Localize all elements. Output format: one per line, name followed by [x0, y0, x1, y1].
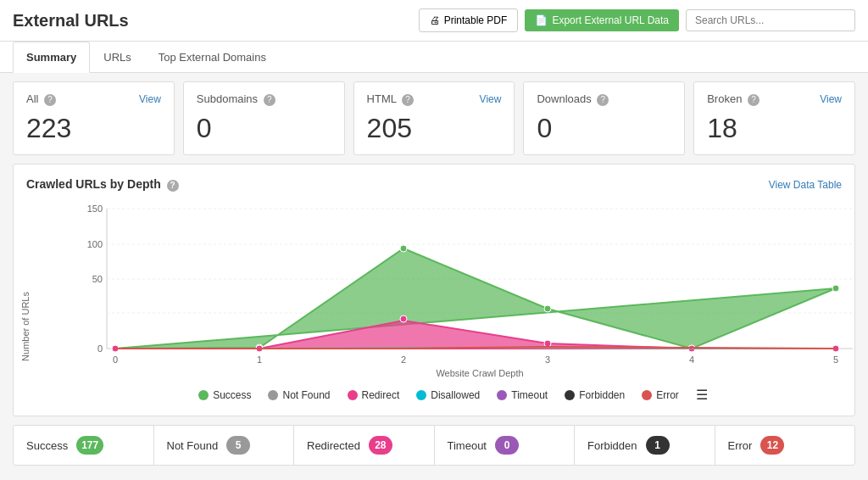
view-link-html[interactable]: View — [480, 93, 502, 105]
bottom-stat-label-forbidden: Forbidden — [587, 439, 637, 452]
tab-bar: Summary URLs Top External Domains — [0, 42, 868, 73]
svg-point-27 — [544, 340, 551, 347]
legend-dot-success — [198, 390, 209, 400]
legend-notfound: Not Found — [268, 389, 330, 401]
legend-dot-disallowed — [416, 390, 426, 400]
hamburger-icon[interactable]: ☰ — [696, 387, 708, 403]
legend-dot-redirect — [348, 390, 358, 400]
view-link-broken[interactable]: View — [820, 93, 842, 105]
bottom-stat-label-error: Error — [728, 439, 753, 452]
header-actions: 🖨 Printable PDF 📄 Export External URL Da… — [419, 8, 855, 32]
chart-header: Crawled URLs by Depth ? View Data Table — [26, 177, 842, 192]
page-title: External URLs — [13, 11, 129, 31]
bottom-stat-notfound: Not Found 5 — [154, 426, 295, 465]
stat-label-downloads: Downloads ? — [537, 92, 609, 106]
bottom-stat-redirected: Redirected 28 — [294, 426, 435, 465]
bottom-stat-error: Error 12 — [715, 426, 855, 465]
view-data-table-link[interactable]: View Data Table — [769, 179, 842, 191]
page-header: External URLs 🖨 Printable PDF 📄 Export E… — [0, 0, 868, 42]
stat-label-html: HTML ? — [367, 92, 415, 106]
stat-label-broken: Broken ? — [707, 92, 760, 106]
export-icon: 📄 — [535, 14, 548, 26]
bottom-stat-badge-forbidden: 1 — [646, 436, 670, 455]
stat-label-all: All ? — [26, 92, 56, 106]
svg-text:1: 1 — [257, 354, 262, 365]
legend-forbidden: Forbidden — [565, 389, 625, 401]
help-icon-broken[interactable]: ? — [748, 94, 760, 106]
legend-label-error: Error — [656, 389, 679, 401]
bottom-stat-badge-redirected: 28 — [369, 436, 392, 455]
bottom-stat-forbidden: Forbidden 1 — [575, 426, 715, 465]
stat-value-subdomains: 0 — [197, 113, 331, 144]
legend-label-redirect: Redirect — [362, 389, 400, 401]
bottom-stats-bar: Success 177 Not Found 5 Redirected 28 Ti… — [13, 425, 855, 466]
svg-text:0: 0 — [97, 343, 103, 354]
legend-label-success: Success — [213, 389, 251, 401]
bottom-stat-badge-timeout: 0 — [495, 436, 519, 455]
stat-card-html: HTML ? View 205 — [353, 81, 515, 155]
legend-disallowed: Disallowed — [416, 389, 480, 401]
help-icon-chart[interactable]: ? — [167, 180, 179, 192]
stat-value-all: 223 — [26, 113, 161, 144]
help-icon-all[interactable]: ? — [44, 94, 56, 106]
tab-urls[interactable]: URLs — [90, 42, 145, 73]
legend-dot-timeout — [497, 390, 507, 400]
chart-section: Crawled URLs by Depth ? View Data Table … — [13, 164, 855, 416]
help-icon-downloads[interactable]: ? — [597, 94, 609, 106]
legend-label-forbidden: Forbidden — [579, 389, 625, 401]
svg-point-21 — [544, 305, 551, 312]
svg-point-20 — [400, 245, 407, 252]
bottom-stat-success: Success 177 — [14, 426, 154, 465]
view-link-all[interactable]: View — [139, 93, 161, 105]
stat-value-broken: 18 — [707, 113, 842, 144]
svg-text:100: 100 — [87, 239, 103, 249]
legend-label-timeout: Timeout — [511, 389, 548, 401]
legend-label-disallowed: Disallowed — [431, 389, 480, 401]
svg-text:150: 150 — [87, 204, 103, 214]
svg-text:5: 5 — [833, 354, 838, 365]
stat-card-subdomains: Subdomains ? 0 — [183, 81, 345, 155]
stat-label-subdomains: Subdomains ? — [197, 92, 275, 106]
export-button[interactable]: 📄 Export External URL Data — [525, 9, 679, 31]
legend-success: Success — [198, 389, 251, 401]
legend-dot-forbidden — [565, 390, 575, 400]
bottom-stat-timeout: Timeout 0 — [435, 426, 576, 465]
svg-text:50: 50 — [92, 274, 103, 284]
chart-title: Crawled URLs by Depth ? — [26, 177, 179, 192]
legend-dot-notfound — [268, 390, 278, 400]
print-icon: 🖨 — [430, 14, 440, 26]
bottom-stat-label-notfound: Not Found — [167, 439, 219, 452]
legend-label-notfound: Not Found — [282, 389, 330, 401]
tab-summary[interactable]: Summary — [13, 42, 90, 73]
svg-point-23 — [832, 285, 839, 292]
svg-text:2: 2 — [401, 354, 406, 365]
chart-svg: 150 100 50 0 0 1 2 3 4 5 — [64, 200, 861, 378]
stat-card-all: All ? View 223 — [13, 81, 175, 155]
legend-timeout: Timeout — [497, 389, 548, 401]
bottom-stat-badge-notfound: 5 — [226, 436, 250, 455]
print-button[interactable]: 🖨 Printable PDF — [419, 8, 519, 32]
help-icon-subdomains[interactable]: ? — [264, 94, 275, 106]
svg-point-26 — [400, 315, 407, 322]
legend-dot-error — [642, 390, 652, 400]
tab-top-external-domains[interactable]: Top External Domains — [145, 42, 280, 73]
chart-container: Number of URLs 150 100 50 0 — [26, 200, 842, 403]
search-input[interactable] — [686, 9, 855, 31]
bottom-stat-badge-error: 12 — [760, 436, 784, 455]
y-axis-label: Number of URLs — [20, 292, 31, 361]
bottom-stat-badge-success: 177 — [76, 436, 103, 455]
chart-legend: Success Not Found Redirect Disallowed Ti… — [64, 387, 842, 403]
stat-value-downloads: 0 — [537, 113, 671, 144]
svg-text:Website Crawl Depth: Website Crawl Depth — [436, 368, 523, 378]
bottom-stat-label-success: Success — [26, 439, 68, 452]
bottom-stat-label-timeout: Timeout — [448, 439, 487, 452]
svg-text:0: 0 — [113, 354, 118, 365]
stat-card-broken: Broken ? View 18 — [693, 81, 855, 155]
svg-text:4: 4 — [689, 354, 694, 365]
legend-error: Error — [642, 389, 679, 401]
help-icon-html[interactable]: ? — [402, 94, 414, 106]
bottom-stat-label-redirected: Redirected — [307, 439, 360, 452]
svg-text:3: 3 — [545, 354, 550, 365]
legend-redirect: Redirect — [348, 389, 400, 401]
stat-value-html: 205 — [367, 113, 502, 144]
